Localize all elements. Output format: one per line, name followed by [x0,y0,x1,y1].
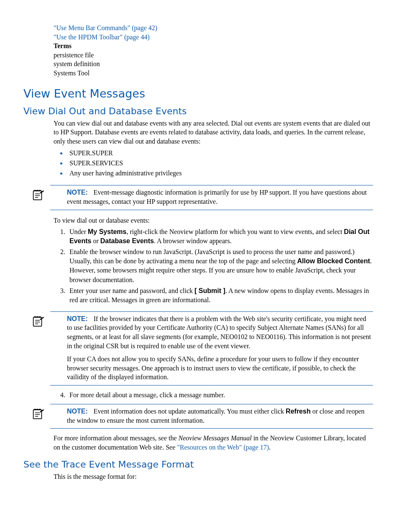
more-info-paragraph: For more information about messages, see… [54,434,373,452]
heading-view-dial-out: View Dial Out and Database Events [23,106,376,116]
user-list: SUPER.SUPER SUPER.SERVICES Any user havi… [54,148,373,178]
note-label: NOTE: [67,315,88,322]
list-item: Any user having administrative privilege… [67,168,373,178]
note-text: Event information does not update automa… [94,408,286,415]
note-icon [31,314,45,331]
xref-link[interactable]: "Use Menu Bar Commands" (page 42) [54,23,373,33]
note-label: NOTE: [67,408,88,415]
step-item: For more detail about a message, click a… [67,391,373,400]
term-item: system definition [54,59,373,69]
step-item: Under My Systems, right-click the Neovie… [67,227,373,246]
note-icon [31,188,45,205]
refresh-label: Refresh [286,408,311,415]
note-icon [31,407,45,424]
steps-lead-in: To view dial out or database events: [54,216,373,225]
note-label: NOTE: [67,189,88,196]
xref-link[interactable]: "Resources on the Web" (page 17) [177,444,269,451]
steps-list-continued: For more detail about a message, click a… [54,391,373,400]
trace-intro: This is the message format for: [54,472,373,481]
terms-heading: Terms [54,41,373,51]
svg-rect-8 [33,410,42,419]
svg-rect-4 [33,317,42,326]
list-item: SUPER.SERVICES [67,158,373,168]
intro-paragraph: You can view dial out and database event… [54,119,373,146]
term-item: Systems Tool [54,69,373,78]
note-box: NOTE: Event-message diagnostic informati… [50,185,373,210]
note-text: If your CA does not allow you to specify… [67,355,372,382]
steps-list: Under My Systems, right-click the Neovie… [54,227,373,305]
list-item: SUPER.SUPER [67,148,373,158]
step-item: Enter your user name and password, and c… [67,286,373,305]
note-text: If the browser indicates that there is a… [67,315,371,350]
step-item: Enable the browser window to run JavaScr… [67,247,373,284]
term-item: persistence file [54,51,373,60]
note-box: NOTE: Event information does not update … [50,404,373,429]
note-box: NOTE: If the browser indicates that ther… [50,311,373,386]
note-text: Event-message diagnostic information is … [67,189,367,205]
heading-trace-event-format: See the Trace Event Message Format [23,459,376,470]
heading-view-event-messages: View Event Messages [23,87,376,100]
xref-link[interactable]: "Use the HPDM Toolbar" (page 44) [54,33,373,42]
